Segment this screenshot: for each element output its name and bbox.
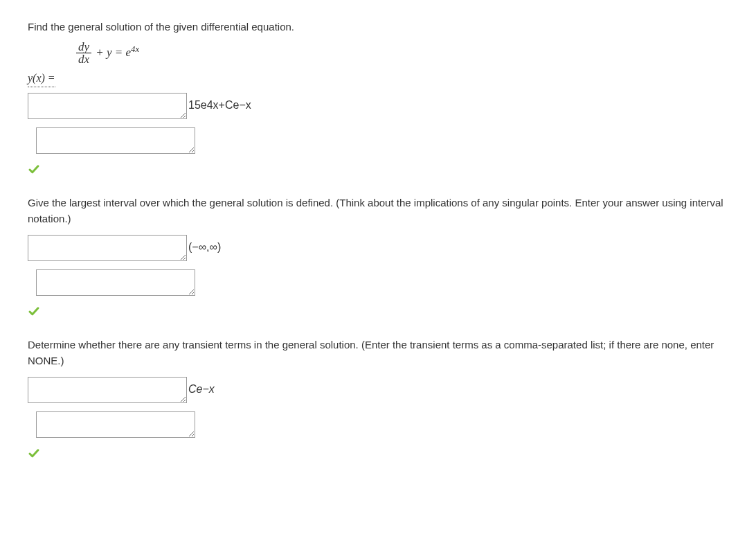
answer-display-3: Ce−x	[187, 381, 215, 403]
answer-input-3a[interactable]	[28, 377, 187, 403]
yx-label: y(x) =	[28, 70, 55, 87]
question-2-prompt: Give the largest interval over which the…	[28, 195, 728, 227]
answer-input-1b[interactable]	[36, 127, 195, 154]
answer-display-1: 15e4x+Ce−x	[187, 97, 251, 119]
correct-check-icon	[28, 305, 728, 318]
question-3-prompt: Determine whether there are any transien…	[28, 337, 728, 369]
equation-middle: + y = e	[93, 46, 131, 59]
fraction-denominator: dx	[76, 53, 91, 66]
fraction-numerator: dy	[76, 41, 91, 54]
correct-check-icon	[28, 447, 728, 460]
answer-display-2: (−∞,∞)	[187, 239, 221, 261]
answer-input-3b[interactable]	[36, 411, 195, 438]
equation: dy dx + y = e4x	[76, 41, 728, 66]
question-1-prompt: Find the general solution of the given d…	[28, 19, 728, 35]
answer-input-2a[interactable]	[28, 235, 187, 261]
answer-input-2b[interactable]	[36, 269, 195, 296]
answer-input-1a[interactable]	[28, 93, 187, 119]
correct-check-icon	[28, 163, 728, 176]
equation-exponent: 4x	[131, 44, 139, 53]
